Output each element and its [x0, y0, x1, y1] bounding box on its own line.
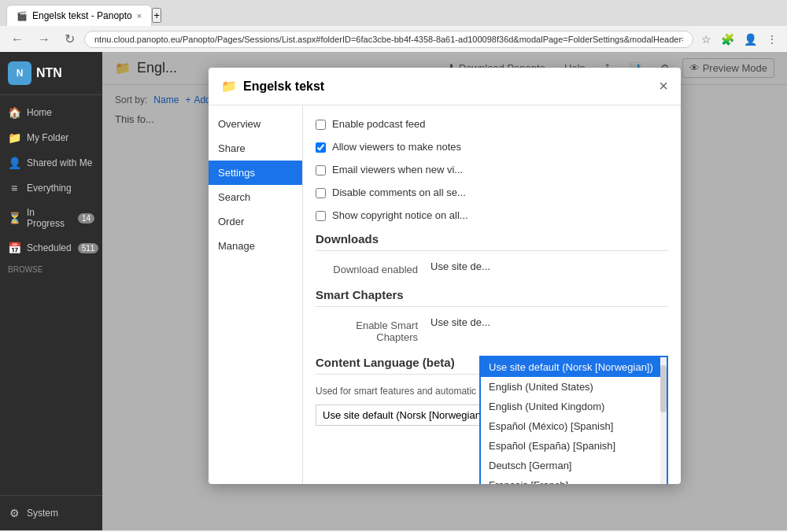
everything-icon: ≡ [8, 182, 20, 194]
sidebar-item-system[interactable]: ⚙ System [8, 502, 94, 524]
modal-nav-manage[interactable]: Manage [209, 234, 302, 258]
smart-chapters-section: Smart Chapters Enable Smart Chapters Use… [316, 288, 668, 343]
disable-comments-label: Disable comments on all se... [332, 187, 466, 198]
tab-favicon: 🎬 [17, 11, 28, 21]
extensions-icon[interactable]: 🧩 [718, 31, 737, 47]
allow-notes-checkbox[interactable] [316, 142, 326, 153]
system-label: System [27, 508, 58, 519]
in-progress-badge: 14 [78, 213, 94, 224]
download-setting: Download enabled Use site de... [316, 260, 668, 275]
scrollbar-thumb[interactable] [660, 365, 667, 412]
email-viewers-label: Email viewers when new vi... [332, 164, 463, 175]
language-dropdown-popup: Use site default (Norsk [Norwegian]) Eng… [479, 356, 668, 484]
new-tab-button[interactable]: + [152, 8, 161, 23]
copyright-setting: Show copyright notice on all... [316, 209, 668, 221]
downloads-title: Downloads [316, 232, 668, 251]
modal-nav: Overview Share Settings Search Order Man… [209, 105, 303, 484]
copyright-checkbox[interactable] [316, 211, 326, 221]
downloads-section: Downloads Download enabled Use site de..… [316, 232, 668, 275]
folder-icon: 📁 [8, 131, 20, 144]
scheduled-icon: 📅 [8, 242, 20, 254]
reload-button[interactable]: ↻ [60, 30, 79, 48]
modal-nav-search[interactable]: Search [209, 185, 302, 209]
browser-toolbar: ← → ↻ ☆ 🧩 👤 ⋮ [0, 26, 787, 52]
sidebar-logo: N NTN [0, 52, 102, 95]
modal-nav-settings[interactable]: Settings [209, 161, 302, 185]
disable-comments-checkbox[interactable] [316, 188, 326, 198]
browser-chrome: 🎬 Engelsk tekst - Panopto × + ← → ↻ ☆ 🧩 … [0, 0, 787, 52]
copyright-label: Show copyright notice on all... [332, 209, 468, 221]
smart-chapters-setting: Enable Smart Chapters Use site de... [316, 316, 668, 343]
modal-nav-share[interactable]: Share [209, 136, 302, 161]
disable-comments-setting: Disable comments on all se... [316, 187, 668, 198]
menu-icon[interactable]: ⋮ [763, 31, 781, 47]
lang-option-3[interactable]: Español (México) [Spanish] [481, 416, 667, 436]
sidebar-item-label: In Progress [27, 207, 72, 229]
tab-close-icon[interactable]: × [137, 11, 142, 20]
scrollbar-track[interactable] [660, 357, 667, 484]
modal-nav-overview[interactable]: Overview [209, 112, 302, 136]
download-value: Use site de... [430, 260, 668, 272]
modal-folder-icon: 📁 [221, 79, 237, 94]
browser-icons: ☆ 🧩 👤 ⋮ [698, 31, 781, 47]
progress-icon: ⏳ [8, 212, 20, 224]
email-viewers-setting: Email viewers when new vi... [316, 164, 668, 175]
active-tab[interactable]: 🎬 Engelsk tekst - Panopto × [6, 5, 152, 26]
modal-overlay: 📁 Engelsk tekst × Overview Share Setting… [102, 52, 787, 530]
sidebar-item-label: Home [27, 107, 52, 118]
modal-main: Enable podcast feed Allow viewers to mak… [303, 105, 681, 484]
sidebar-logo-icon: N [8, 61, 31, 85]
modal-close-button[interactable]: × [659, 77, 668, 95]
lang-option-1[interactable]: English (United States) [481, 377, 667, 397]
home-icon: 🏠 [8, 106, 20, 119]
podcast-label: Enable podcast feed [332, 118, 426, 130]
sidebar-item-label: Shared with Me [27, 157, 92, 168]
main-content: 📁 Engl... ⬇ Download Panopto Help ⤴ 📊 [102, 52, 787, 530]
back-button[interactable]: ← [6, 31, 28, 48]
smart-chapters-value: Use site de... [430, 316, 668, 328]
sidebar: N NTN 🏠 Home 📁 My Folder 👤 Shared with M… [0, 52, 102, 530]
allow-notes-label: Allow viewers to make notes [332, 141, 461, 153]
lang-option-5[interactable]: Deutsch [German] [481, 456, 667, 475]
email-viewers-checkbox[interactable] [316, 165, 326, 175]
sidebar-bottom: ⚙ System [0, 495, 102, 530]
sidebar-item-everything[interactable]: ≡ Everything [0, 175, 102, 201]
shared-icon: 👤 [8, 157, 20, 169]
smart-chapters-label: Enable Smart Chapters [316, 316, 418, 343]
smart-chapters-title: Smart Chapters [316, 288, 668, 307]
modal-header: 📁 Engelsk tekst × [209, 68, 681, 105]
browse-label: Browse [8, 265, 42, 274]
lang-option-2[interactable]: English (United Kingdom) [481, 397, 667, 416]
sidebar-item-shared[interactable]: 👤 Shared with Me [0, 150, 102, 175]
modal: 📁 Engelsk tekst × Overview Share Setting… [209, 68, 681, 484]
sidebar-section-browse: Browse [0, 260, 102, 275]
allow-notes-setting: Allow viewers to make notes [316, 141, 668, 153]
sidebar-item-scheduled[interactable]: 📅 Scheduled 511 [0, 235, 102, 260]
sidebar-item-label: Everything [27, 183, 72, 194]
forward-button[interactable]: → [33, 31, 55, 48]
tab-title: Engelsk tekst - Panopto [32, 10, 132, 21]
lang-option-4[interactable]: Español (España) [Spanish] [481, 436, 667, 456]
sidebar-item-label: Scheduled [27, 242, 72, 253]
podcast-setting: Enable podcast feed [316, 118, 668, 130]
sidebar-item-home[interactable]: 🏠 Home [0, 100, 102, 125]
sidebar-nav: 🏠 Home 📁 My Folder 👤 Shared with Me ≡ Ev… [0, 95, 102, 495]
podcast-checkbox[interactable] [316, 120, 326, 130]
browser-tabs: 🎬 Engelsk tekst - Panopto × + [0, 0, 787, 26]
language-select-value: Use site default (Norsk [Norwegian]) [323, 409, 492, 421]
sidebar-item-my-folder[interactable]: 📁 My Folder [0, 125, 102, 150]
modal-title: Engelsk tekst [243, 79, 652, 94]
sidebar-logo-text: NTN [36, 66, 62, 80]
lang-option-0[interactable]: Use site default (Norsk [Norwegian]) [481, 357, 667, 377]
address-bar[interactable] [84, 31, 693, 48]
sidebar-item-label: My Folder [27, 132, 68, 143]
language-list: Use site default (Norsk [Norwegian]) Eng… [481, 357, 667, 484]
scheduled-badge: 511 [78, 243, 99, 253]
content-language-section: Content Language (beta) Used for smart f… [316, 356, 668, 426]
profile-icon[interactable]: 👤 [741, 31, 760, 47]
download-label: Download enabled [316, 260, 418, 275]
modal-nav-order[interactable]: Order [209, 209, 302, 234]
bookmark-icon[interactable]: ☆ [698, 31, 715, 47]
sidebar-item-in-progress[interactable]: ⏳ In Progress 14 [0, 201, 102, 235]
lang-option-6[interactable]: Français [French] [481, 475, 667, 484]
